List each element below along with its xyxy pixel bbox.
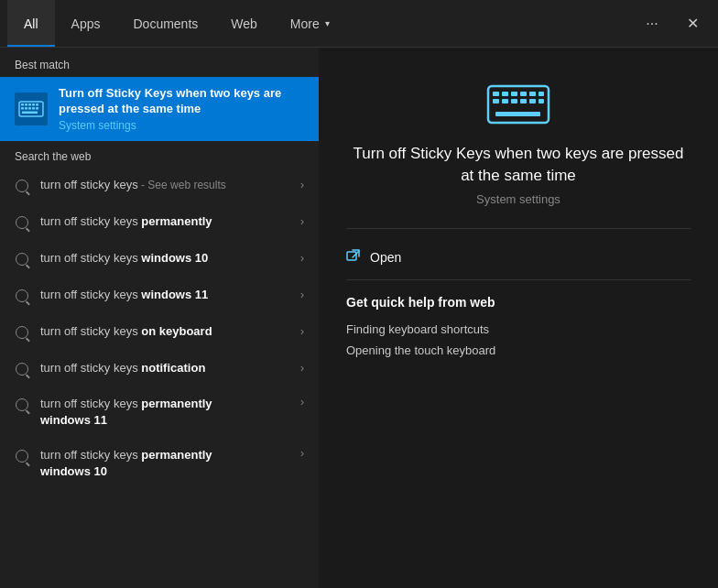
svg-rect-17: [529, 92, 536, 96]
right-title: Turn off Sticky Keys when two keys are p…: [346, 143, 691, 187]
result-text: turn off sticky keys on keyboard: [40, 323, 289, 340]
svg-rect-23: [529, 99, 536, 103]
svg-rect-15: [511, 92, 517, 96]
best-match-label: Best match: [0, 48, 319, 77]
svg-rect-24: [538, 99, 544, 103]
best-match-item[interactable]: Turn off Sticky Keys when two keys are p…: [0, 77, 319, 141]
result-text: turn off sticky keys notification: [40, 360, 289, 376]
result-text: turn off sticky keys permanentlywindows …: [40, 396, 289, 429]
quick-help-title: Get quick help from web: [346, 295, 691, 310]
search-web-label: Search the web: [0, 141, 319, 167]
list-item[interactable]: turn off sticky keys permanentlywindows …: [0, 438, 319, 489]
divider: [346, 228, 691, 229]
quick-help-link-2[interactable]: Opening the touch keyboard: [346, 340, 691, 361]
result-text: turn off sticky keys permanently: [40, 213, 289, 230]
best-match-text: Turn off Sticky Keys when two keys are p…: [59, 86, 304, 132]
list-item[interactable]: turn off sticky keys notification ›: [0, 350, 319, 387]
svg-rect-14: [502, 92, 508, 96]
tab-more[interactable]: More ▾: [274, 0, 346, 47]
result-text: turn off sticky keys windows 10: [40, 250, 289, 267]
svg-rect-11: [22, 111, 38, 114]
best-match-icon: [15, 93, 48, 125]
search-icon: [15, 397, 29, 412]
chevron-right-icon: ›: [300, 289, 304, 301]
tab-apps[interactable]: Apps: [55, 0, 117, 47]
svg-rect-10: [36, 107, 38, 110]
svg-rect-20: [502, 99, 508, 103]
list-item[interactable]: turn off sticky keys permanently ›: [0, 203, 319, 240]
open-button-label: Open: [370, 250, 401, 265]
svg-rect-16: [520, 92, 527, 96]
header-icons: ··· ✕: [634, 5, 711, 42]
open-button[interactable]: Open: [346, 244, 691, 272]
list-item[interactable]: turn off sticky keys permanentlywindows …: [0, 387, 319, 438]
keyboard-icon-small: [18, 101, 44, 117]
best-match-title: Turn off Sticky Keys when two keys are p…: [59, 86, 304, 117]
svg-rect-6: [21, 107, 24, 110]
svg-rect-8: [28, 107, 31, 110]
search-icon: [15, 449, 29, 463]
search-icon: [15, 325, 29, 340]
result-text: turn off sticky keys - See web results: [40, 177, 289, 193]
svg-rect-2: [25, 103, 27, 106]
svg-rect-4: [32, 103, 35, 106]
more-options-button[interactable]: ···: [634, 5, 670, 42]
svg-rect-18: [538, 92, 544, 96]
keyboard-icon-large: [486, 84, 550, 125]
search-icon: [15, 362, 29, 376]
chevron-right-icon: ›: [300, 215, 304, 228]
svg-rect-7: [25, 107, 27, 110]
best-match-subtitle: System settings: [59, 119, 304, 132]
list-item[interactable]: turn off sticky keys windows 11 ›: [0, 277, 319, 313]
tab-documents[interactable]: Documents: [116, 0, 214, 47]
divider-2: [346, 279, 691, 280]
list-item[interactable]: turn off sticky keys windows 10 ›: [0, 240, 319, 277]
search-icon: [15, 252, 29, 267]
right-subtitle: System settings: [476, 192, 560, 206]
right-panel: Turn off Sticky Keys when two keys are p…: [319, 48, 718, 588]
search-icon: [15, 289, 29, 303]
svg-rect-9: [32, 107, 35, 110]
quick-help-link-1[interactable]: Finding keyboard shortcuts: [346, 319, 691, 340]
svg-rect-22: [520, 99, 527, 103]
chevron-right-icon: ›: [300, 447, 304, 460]
search-icon: [15, 179, 29, 193]
svg-rect-5: [36, 103, 38, 106]
result-text: turn off sticky keys windows 11: [40, 287, 289, 303]
close-button[interactable]: ✕: [674, 5, 711, 42]
left-panel: Best match Turn: [0, 48, 319, 588]
tab-web[interactable]: Web: [214, 0, 274, 47]
chevron-right-icon: ›: [300, 325, 304, 338]
svg-rect-13: [493, 92, 499, 96]
tab-all[interactable]: All: [7, 0, 55, 47]
list-item[interactable]: turn off sticky keys - See web results ›: [0, 167, 319, 203]
list-item[interactable]: turn off sticky keys on keyboard ›: [0, 313, 319, 350]
svg-rect-1: [21, 103, 24, 106]
search-icon: [15, 215, 29, 230]
svg-rect-3: [28, 103, 31, 106]
chevron-right-icon: ›: [300, 362, 304, 375]
chevron-right-icon: ›: [300, 396, 304, 408]
main-content: Best match Turn: [0, 48, 718, 588]
header: All Apps Documents Web More ▾ ··· ✕: [0, 0, 718, 48]
result-text: turn off sticky keys permanentlywindows …: [40, 447, 289, 480]
svg-rect-25: [495, 112, 540, 116]
chevron-right-icon: ›: [300, 252, 304, 265]
chevron-right-icon: ›: [300, 179, 304, 191]
svg-rect-19: [493, 99, 499, 103]
chevron-down-icon: ▾: [325, 18, 330, 28]
svg-rect-21: [511, 99, 517, 103]
open-icon: [346, 249, 361, 267]
